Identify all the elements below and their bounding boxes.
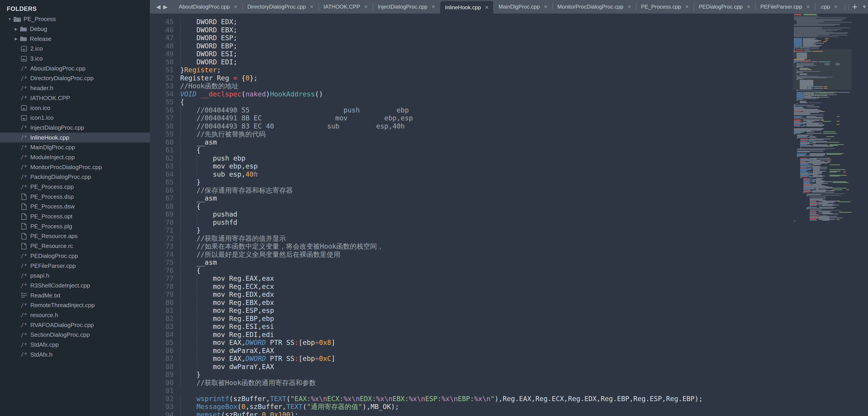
code-line: 64 sub esp,40h bbox=[150, 170, 868, 178]
sidebar-item-release[interactable]: ▶Release bbox=[0, 34, 150, 44]
sidebar-item-header-h[interactable]: /*header.h bbox=[0, 83, 150, 93]
source-file-icon: /* bbox=[20, 154, 28, 160]
sidebar-item-pe-resource-aps[interactable]: PE_Resource.aps bbox=[0, 231, 150, 241]
close-icon[interactable]: × bbox=[747, 4, 750, 9]
line-content: //先执行被替换的代码 bbox=[180, 130, 266, 138]
indent-guide bbox=[197, 315, 197, 323]
indent-guide bbox=[197, 331, 197, 339]
code-line: 61 { bbox=[150, 146, 868, 154]
tab-maindlgproc-cpp[interactable]: MainDlgProc.cpp× bbox=[493, 0, 553, 13]
sidebar-item-stdafx-h[interactable]: /*StdAfx.h bbox=[0, 350, 150, 359]
chevron-down-icon[interactable]: ▼ bbox=[6, 17, 13, 21]
source-file-icon: /* bbox=[20, 95, 28, 101]
sidebar-item-injectdialogproc-cpp[interactable]: /*InjectDialogProc.cpp bbox=[0, 123, 150, 133]
sidebar-item-psapi-h[interactable]: /*psapi.h bbox=[0, 271, 150, 281]
close-icon[interactable]: × bbox=[310, 4, 313, 9]
tab-cpp[interactable]: .cpp× bbox=[815, 0, 843, 13]
sidebar-item-inlinehook-cpp[interactable]: /*InlineHook.cpp bbox=[0, 133, 150, 142]
line-number: 55 bbox=[150, 98, 174, 106]
sidebar-item-pe-process-cpp[interactable]: /*PE_Process.cpp bbox=[0, 182, 150, 192]
sidebar-item-3-ico[interactable]: 3.ico bbox=[0, 54, 150, 64]
close-icon[interactable]: × bbox=[485, 5, 489, 10]
sidebar-item-sectiondialogproc-cpp[interactable]: /*SectionDialogProc.cpp bbox=[0, 330, 150, 340]
indent-guide bbox=[180, 274, 181, 282]
close-icon[interactable]: × bbox=[685, 4, 689, 9]
indent-guide bbox=[180, 194, 181, 202]
line-number: 87 bbox=[150, 354, 174, 363]
minimap[interactable] bbox=[793, 14, 852, 224]
sidebar-item-pe-process[interactable]: ▼PE_Process bbox=[0, 14, 150, 24]
tab-aboutdialogproc-cpp[interactable]: AboutDialogProc.cpp× bbox=[174, 0, 242, 13]
sidebar-item-maindlgproc-cpp[interactable]: /*MainDlgProc.cpp bbox=[0, 142, 150, 152]
sidebar-item-resource-h[interactable]: /*resource.h bbox=[0, 310, 150, 320]
sidebar-item-pefileparser-cpp[interactable]: /*PEFileParser.cpp bbox=[0, 261, 150, 271]
overflow-menu-icon[interactable]: ▼ bbox=[862, 4, 867, 9]
sidebar-item-pe-process-dsp[interactable]: PE_Process.dsp bbox=[0, 192, 150, 202]
sidebar-item-pe-resource-rc[interactable]: PE_Resource.rc bbox=[0, 241, 150, 251]
line-content: DWORD EDX; bbox=[180, 18, 237, 26]
line-number: 66 bbox=[150, 186, 174, 195]
tab-label: PE_Process.cpp bbox=[641, 4, 681, 10]
sidebar-item-icon1-ico[interactable]: icon1.ico bbox=[0, 113, 150, 123]
chevron-right-icon[interactable]: ▶ bbox=[13, 37, 20, 41]
tab-pedialogproc-cpp[interactable]: PEDialogProc.cpp× bbox=[694, 0, 755, 13]
sidebar-item-rvafoadialogproc-cpp[interactable]: /*RVAFOADialogProc.cpp bbox=[0, 320, 150, 330]
nav-forward-icon[interactable]: ▶ bbox=[163, 4, 167, 10]
image-icon bbox=[20, 56, 28, 62]
tab-label: IATHOOK.CPP bbox=[323, 4, 360, 10]
chevron-right-icon[interactable]: ▶ bbox=[13, 27, 20, 31]
sidebar-item-pe-process-dsw[interactable]: PE_Process.dsw bbox=[0, 202, 150, 212]
close-icon[interactable]: × bbox=[627, 4, 631, 9]
tab-inlinehook-cpp[interactable]: InlineHook.cpp× bbox=[440, 1, 494, 13]
line-content: mov Reg.EDI,edi bbox=[180, 331, 274, 339]
line-content: { bbox=[180, 202, 200, 210]
sidebar-item-moduleinject-cpp[interactable]: /*ModuleInject.cpp bbox=[0, 152, 150, 162]
close-icon[interactable]: × bbox=[234, 4, 237, 9]
sidebar-item-iathook-cpp[interactable]: /*IATHOOK.CPP bbox=[0, 93, 150, 103]
line-content: { bbox=[180, 98, 184, 106]
indent-guide bbox=[197, 339, 197, 347]
code-area[interactable]: 45 DWORD EDX;46 DWORD EBX;47 DWORD ESP;4… bbox=[150, 13, 868, 416]
line-number: 79 bbox=[150, 290, 174, 299]
sidebar-item-remotethreadinject-cpp[interactable]: /*RemoteThreadInject.cpp bbox=[0, 300, 150, 310]
code-line: 89 } bbox=[150, 371, 868, 379]
sidebar-item-stdafx-cpp[interactable]: /*StdAfx.cpp bbox=[0, 340, 150, 350]
line-number: 86 bbox=[150, 347, 174, 355]
sidebar-item-label: InjectDialogProc.cpp bbox=[30, 124, 84, 131]
tab-pefileparser-cpp[interactable]: PEFileParser.cpp× bbox=[755, 0, 815, 13]
close-icon[interactable]: × bbox=[544, 4, 548, 9]
line-content: VOID __declspec(naked)HookAddress() bbox=[180, 90, 323, 98]
nav-back-icon[interactable]: ◀ bbox=[156, 4, 160, 10]
indent-guide bbox=[180, 170, 181, 178]
close-icon[interactable]: × bbox=[364, 4, 368, 9]
sidebar-item-directorydialogproc-cpp[interactable]: /*DirectoryDialogProc.cpp bbox=[0, 73, 150, 83]
sidebar-item-aboutdialogproc-cpp[interactable]: /*AboutDialogProc.cpp bbox=[0, 64, 150, 73]
sidebar-item-pe-process-plg[interactable]: PE_Process.plg bbox=[0, 221, 150, 231]
sidebar-item-readme-txt[interactable]: ReadMe.txt bbox=[0, 290, 150, 300]
tab-iathook-cpp[interactable]: IATHOOK.CPP× bbox=[318, 0, 373, 13]
code-line: 91 bbox=[150, 387, 868, 395]
sidebar-item-icon-ico[interactable]: icon.ico bbox=[0, 103, 150, 113]
sidebar-item-label: 3.ico bbox=[30, 55, 43, 62]
close-icon[interactable]: × bbox=[834, 4, 838, 9]
new-tab-button[interactable]: + bbox=[852, 2, 857, 11]
tab-directorydialogproc-cpp[interactable]: DirectoryDialogProc.cpp× bbox=[242, 0, 318, 13]
close-icon[interactable]: × bbox=[432, 4, 435, 9]
sidebar-item-debug[interactable]: ▶Debug bbox=[0, 24, 150, 34]
close-icon[interactable]: × bbox=[806, 4, 810, 9]
sidebar-item-monitorprocdialogproc-cpp[interactable]: /*MonitorProcDialogProc.cpp bbox=[0, 162, 150, 172]
image-icon bbox=[20, 115, 28, 121]
tab-injectdialogproc-cpp[interactable]: InjectDialogProc.cpp× bbox=[373, 0, 440, 13]
line-content: mov dwParaX,EAX bbox=[180, 347, 274, 355]
sidebar-item-r3shellcodeinject-cpp[interactable]: /*R3ShellCodeInject.cpp bbox=[0, 281, 150, 291]
sidebar-item-pe-process-opt[interactable]: PE_Process.opt bbox=[0, 212, 150, 221]
sidebar-item-packingdialogproc-cpp[interactable]: /*PackingDialogProc.cpp bbox=[0, 172, 150, 182]
line-number: 54 bbox=[150, 90, 174, 98]
line-number: 47 bbox=[150, 34, 174, 42]
sidebar-item-2-ico[interactable]: 2.ico bbox=[0, 44, 150, 54]
line-content: push ebp bbox=[180, 154, 246, 162]
source-file-icon: /* bbox=[20, 312, 28, 318]
tab-pe-process-cpp[interactable]: PE_Process.cpp× bbox=[636, 0, 694, 13]
sidebar-item-pedialogproc-cpp[interactable]: /*PEDialogProc.cpp bbox=[0, 251, 150, 261]
tab-monitorprocdialogproc-cpp[interactable]: MonitorProcDialogProc.cpp× bbox=[553, 0, 636, 13]
